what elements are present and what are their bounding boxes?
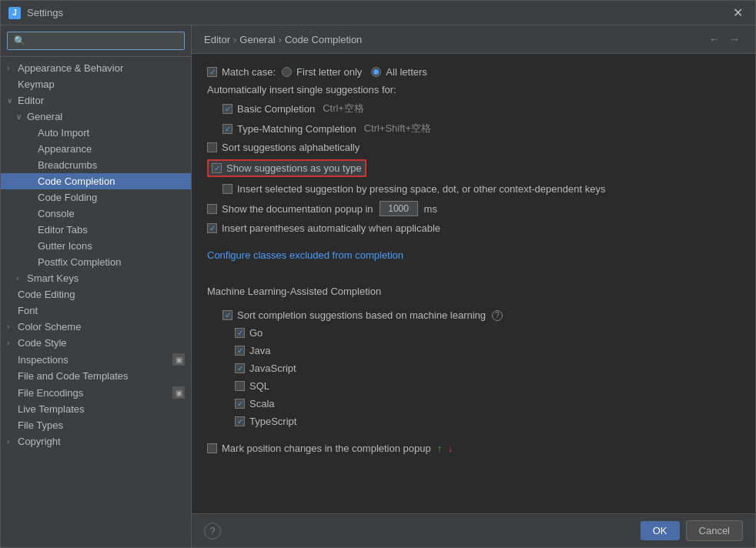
- doc-popup-value[interactable]: [380, 201, 418, 216]
- help-icon[interactable]: ?: [492, 310, 503, 321]
- show-suggestions-row: Show suggestions as you type: [207, 159, 740, 177]
- sidebar-item-appearance[interactable]: Appearance: [1, 141, 191, 157]
- search-input[interactable]: [7, 32, 185, 50]
- sidebar-item-code-editing[interactable]: Code Editing: [1, 286, 191, 302]
- match-case-checkbox[interactable]: [207, 67, 217, 77]
- sidebar-item-copyright[interactable]: › Copyright: [1, 433, 191, 449]
- mark-position-label[interactable]: Mark position changes in the completion …: [207, 443, 431, 454]
- search-bar: [1, 25, 191, 57]
- sidebar-item-general[interactable]: ∨ General: [1, 109, 191, 125]
- type-matching-text: Type-Matching Completion: [237, 123, 356, 135]
- insert-parens-row: Insert parentheses automatically when ap…: [207, 222, 740, 234]
- insert-by-space-checkbox[interactable]: [222, 184, 232, 194]
- lang-java-checkbox[interactable]: [235, 346, 245, 356]
- sidebar-item-file-encodings[interactable]: File Encodings ▣: [1, 384, 191, 401]
- sidebar-item-file-types[interactable]: File Types: [1, 417, 191, 433]
- lang-java-label[interactable]: Java: [235, 345, 270, 356]
- lang-typescript-checkbox[interactable]: [235, 416, 245, 426]
- collapse-arrow: ›: [7, 322, 18, 331]
- lang-scala-label[interactable]: Scala: [235, 398, 275, 409]
- sidebar-item-editor[interactable]: ∨ Editor: [1, 92, 191, 109]
- sidebar-item-inspections[interactable]: Inspections ▣: [1, 351, 191, 368]
- configure-link[interactable]: Configure classes excluded from completi…: [207, 249, 403, 261]
- sidebar-item-color-scheme[interactable]: › Color Scheme: [1, 319, 191, 335]
- all-letters-option[interactable]: All letters: [371, 66, 427, 78]
- lang-javascript-label[interactable]: JavaScript: [235, 363, 296, 374]
- match-case-label[interactable]: Match case:: [207, 66, 276, 78]
- type-matching-label[interactable]: Type-Matching Completion Ctrl+Shift+空格: [222, 122, 431, 135]
- nav-forward-button[interactable]: →: [726, 32, 743, 47]
- basic-completion-label[interactable]: Basic Completion Ctrl+空格: [222, 102, 364, 115]
- doc-popup-text: Show the documentation popup in: [222, 203, 373, 215]
- ml-section-title: Machine Learning-Assisted Completion: [207, 286, 381, 297]
- cancel-button[interactable]: Cancel: [686, 520, 743, 541]
- sidebar-item-smart-keys[interactable]: › Smart Keys: [1, 270, 191, 286]
- mark-position-row: Mark position changes in the completion …: [207, 443, 740, 454]
- sidebar-item-label: Keymap: [18, 79, 185, 90]
- ok-button[interactable]: OK: [641, 521, 680, 540]
- lang-sql-label[interactable]: SQL: [235, 380, 269, 392]
- sidebar-item-auto-import[interactable]: Auto Import: [1, 125, 191, 141]
- doc-popup-checkbox[interactable]: [207, 204, 217, 214]
- help-button[interactable]: ?: [204, 523, 221, 540]
- basic-completion-checkbox[interactable]: [222, 104, 232, 114]
- collapse-arrow: ∨: [16, 112, 27, 121]
- sidebar-item-label: Editor Tabs: [38, 224, 185, 236]
- lang-go-checkbox[interactable]: [235, 328, 245, 338]
- first-letter-option[interactable]: First letter only: [282, 66, 362, 78]
- doc-popup-label[interactable]: Show the documentation popup in: [207, 203, 373, 215]
- insert-by-space-text: Insert selected suggestion by pressing s…: [237, 183, 605, 195]
- sidebar-item-code-folding[interactable]: Code Folding: [1, 189, 191, 206]
- sidebar-item-font[interactable]: Font: [1, 302, 191, 319]
- nav-tree: › Appearance & Behavior Keymap ∨ Editor …: [1, 57, 191, 547]
- sidebar-item-live-templates[interactable]: Live Templates: [1, 401, 191, 417]
- configure-link-row: Configure classes excluded from completi…: [207, 249, 740, 261]
- sidebar-item-code-style[interactable]: › Code Style: [1, 335, 191, 351]
- mark-position-text: Mark position changes in the completion …: [222, 443, 431, 454]
- sidebar-item-editor-tabs[interactable]: Editor Tabs: [1, 222, 191, 238]
- insert-by-space-label[interactable]: Insert selected suggestion by pressing s…: [222, 183, 605, 195]
- window-title: Settings: [27, 7, 728, 18]
- all-letters-radio[interactable]: [371, 67, 381, 77]
- sidebar-item-keymap[interactable]: Keymap: [1, 76, 191, 92]
- settings-panel: Match case: First letter only All letter…: [192, 54, 755, 513]
- settings-window: J Settings ✕ › Appearance & Behavior Key…: [0, 0, 756, 548]
- first-letter-radio[interactable]: [282, 67, 292, 77]
- sort-alphabetically-label[interactable]: Sort suggestions alphabetically: [207, 142, 360, 153]
- sidebar-item-file-code-templates[interactable]: File and Code Templates: [1, 368, 191, 384]
- lang-go-text: Go: [249, 327, 263, 339]
- insert-parens-label[interactable]: Insert parentheses automatically when ap…: [207, 222, 440, 234]
- show-suggestions-checkbox[interactable]: [212, 163, 222, 173]
- sidebar-item-postfix-completion[interactable]: Postfix Completion: [1, 254, 191, 270]
- lang-scala-text: Scala: [249, 398, 275, 409]
- close-button[interactable]: ✕: [728, 4, 748, 22]
- sidebar-item-label: File Encodings: [18, 387, 172, 399]
- lang-javascript-checkbox[interactable]: [235, 363, 245, 373]
- lang-scala-checkbox[interactable]: [235, 399, 245, 409]
- sidebar-item-console[interactable]: Console: [1, 206, 191, 222]
- up-arrow-icon: ↑: [437, 443, 442, 454]
- sort-ml-checkbox[interactable]: [222, 310, 232, 320]
- doc-popup-row: Show the documentation popup in ms: [207, 201, 740, 216]
- lang-sql-text: SQL: [249, 380, 269, 392]
- breadcrumb-editor: Editor: [204, 34, 230, 45]
- lang-sql-checkbox[interactable]: [235, 381, 245, 391]
- breadcrumb-current: Code Completion: [285, 34, 362, 45]
- insert-parens-checkbox[interactable]: [207, 223, 217, 233]
- lang-go-label[interactable]: Go: [235, 327, 263, 339]
- sidebar-item-gutter-icons[interactable]: Gutter Icons: [1, 238, 191, 254]
- sort-ml-label[interactable]: Sort completion suggestions based on mac…: [222, 309, 486, 321]
- mark-position-checkbox[interactable]: [207, 443, 217, 453]
- main-content: Editor › General › Code Completion ← → M…: [192, 25, 755, 547]
- sort-alphabetically-checkbox[interactable]: [207, 142, 217, 152]
- nav-back-button[interactable]: ←: [706, 32, 723, 47]
- lang-typescript-label[interactable]: TypeScript: [235, 416, 296, 427]
- down-arrow-icon: ↓: [448, 443, 453, 454]
- sidebar-item-code-completion[interactable]: Code Completion: [1, 173, 191, 189]
- sidebar-item-label: Font: [18, 305, 185, 316]
- sidebar-item-breadcrumbs[interactable]: Breadcrumbs: [1, 157, 191, 173]
- type-matching-shortcut: Ctrl+Shift+空格: [364, 122, 431, 135]
- sidebar-item-appearance-behavior[interactable]: › Appearance & Behavior: [1, 60, 191, 76]
- type-matching-checkbox[interactable]: [222, 124, 232, 134]
- show-suggestions-text: Show suggestions as you type: [226, 162, 362, 174]
